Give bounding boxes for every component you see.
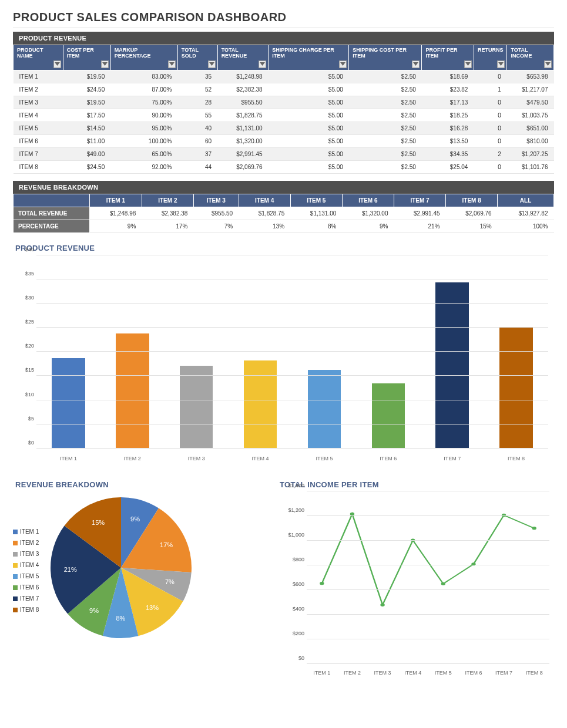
cell[interactable]: ITEM 4 xyxy=(14,109,63,122)
cell[interactable]: $34.35 xyxy=(422,147,474,160)
cell[interactable]: 65.00% xyxy=(110,147,177,160)
column-header[interactable]: TOTAL REVENUE xyxy=(217,45,269,70)
cell[interactable]: $5.00 xyxy=(269,160,349,173)
cell[interactable]: 21% xyxy=(394,220,445,232)
cell[interactable]: ITEM 5 xyxy=(14,122,63,134)
cell[interactable]: $23.82 xyxy=(422,83,474,96)
filter-dropdown-icon[interactable] xyxy=(53,60,61,68)
filter-dropdown-icon[interactable] xyxy=(497,60,505,68)
cell[interactable]: $2.50 xyxy=(349,134,422,147)
cell[interactable]: 83.00% xyxy=(110,70,177,83)
cell[interactable]: $1,131.00 xyxy=(290,207,342,220)
cell[interactable]: 9% xyxy=(342,220,394,232)
column-header[interactable]: COST PER ITEM xyxy=(63,45,110,70)
cell[interactable]: 0 xyxy=(474,109,507,122)
cell[interactable]: $2.50 xyxy=(349,147,422,160)
cell[interactable]: $25.04 xyxy=(422,160,474,173)
cell[interactable]: $5.00 xyxy=(269,147,349,160)
cell[interactable]: ITEM 8 xyxy=(14,160,63,173)
filter-dropdown-icon[interactable] xyxy=(168,60,176,68)
cell[interactable]: $5.00 xyxy=(269,109,349,122)
cell[interactable]: 0 xyxy=(474,134,507,147)
cell[interactable]: $14.50 xyxy=(63,122,110,134)
cell[interactable]: 60 xyxy=(177,134,217,147)
cell[interactable]: 0 xyxy=(474,160,507,173)
cell[interactable]: $2.50 xyxy=(349,109,422,122)
cell[interactable]: 2 xyxy=(474,147,507,160)
cell[interactable]: 13% xyxy=(239,220,290,232)
cell[interactable]: ITEM 3 xyxy=(14,96,63,109)
cell[interactable]: $17.13 xyxy=(422,96,474,109)
cell[interactable]: $651.00 xyxy=(507,122,554,134)
cell[interactable]: $1,248.98 xyxy=(217,70,269,83)
cell[interactable]: $479.50 xyxy=(507,96,554,109)
cell[interactable]: $1,217.07 xyxy=(507,83,554,96)
cell[interactable]: $18.25 xyxy=(422,109,474,122)
cell[interactable]: 7% xyxy=(193,220,239,232)
cell[interactable]: 44 xyxy=(177,160,217,173)
cell[interactable]: $11.00 xyxy=(63,134,110,147)
filter-dropdown-icon[interactable] xyxy=(412,60,420,68)
cell[interactable]: ITEM 7 xyxy=(14,147,63,160)
column-header[interactable]: PRODUCT NAME xyxy=(14,45,63,70)
cell[interactable]: 40 xyxy=(177,122,217,134)
cell[interactable]: $955.50 xyxy=(193,207,239,220)
cell[interactable]: $2.50 xyxy=(349,70,422,83)
cell[interactable]: $49.00 xyxy=(63,147,110,160)
filter-dropdown-icon[interactable] xyxy=(208,60,216,68)
cell[interactable]: $5.00 xyxy=(269,134,349,147)
filter-dropdown-icon[interactable] xyxy=(339,60,347,68)
cell[interactable]: 0 xyxy=(474,122,507,134)
column-header[interactable]: SHIPPING COST PER ITEM xyxy=(349,45,422,70)
cell[interactable]: $1,248.98 xyxy=(90,207,142,220)
cell[interactable]: 35 xyxy=(177,70,217,83)
cell[interactable]: $1,131.00 xyxy=(217,122,269,134)
column-header[interactable]: SHIPPING CHARGE PER ITEM xyxy=(269,45,349,70)
cell[interactable]: 17% xyxy=(142,220,193,232)
cell[interactable]: $2,991.45 xyxy=(217,147,269,160)
cell[interactable]: 52 xyxy=(177,83,217,96)
cell[interactable]: $17.50 xyxy=(63,109,110,122)
cell[interactable]: $1,207.25 xyxy=(507,147,554,160)
filter-dropdown-icon[interactable] xyxy=(101,60,109,68)
cell[interactable]: $5.00 xyxy=(269,96,349,109)
cell[interactable]: 55 xyxy=(177,109,217,122)
cell[interactable]: 87.00% xyxy=(110,83,177,96)
cell[interactable]: 37 xyxy=(177,147,217,160)
cell[interactable]: $1,828.75 xyxy=(239,207,290,220)
cell[interactable]: $5.00 xyxy=(269,83,349,96)
cell[interactable]: $2.50 xyxy=(349,96,422,109)
cell[interactable]: $2,069.76 xyxy=(217,160,269,173)
cell[interactable]: 9% xyxy=(90,220,142,232)
cell[interactable]: 0 xyxy=(474,96,507,109)
cell[interactable]: $24.50 xyxy=(63,83,110,96)
cell[interactable]: 8% xyxy=(290,220,342,232)
cell[interactable]: $2,382.38 xyxy=(142,207,193,220)
cell[interactable]: 75.00% xyxy=(110,96,177,109)
cell[interactable]: 15% xyxy=(446,220,498,232)
cell[interactable]: ITEM 1 xyxy=(14,70,63,83)
cell[interactable]: $2,069.76 xyxy=(446,207,498,220)
cell[interactable]: ITEM 6 xyxy=(14,134,63,147)
column-header[interactable]: PROFIT PER ITEM xyxy=(422,45,474,70)
cell[interactable]: $1,320.00 xyxy=(217,134,269,147)
cell[interactable]: 100% xyxy=(498,220,554,232)
cell[interactable]: $2.50 xyxy=(349,160,422,173)
cell[interactable]: $19.50 xyxy=(63,96,110,109)
cell[interactable]: $19.50 xyxy=(63,70,110,83)
cell[interactable]: $5.00 xyxy=(269,122,349,134)
filter-dropdown-icon[interactable] xyxy=(464,60,472,68)
cell[interactable]: $955.50 xyxy=(217,96,269,109)
column-header[interactable]: TOTAL SOLD xyxy=(177,45,217,70)
cell[interactable]: ITEM 2 xyxy=(14,83,63,96)
cell[interactable]: $13.50 xyxy=(422,134,474,147)
filter-dropdown-icon[interactable] xyxy=(259,60,266,68)
cell[interactable]: $1,828.75 xyxy=(217,109,269,122)
cell[interactable]: $2,991.45 xyxy=(394,207,445,220)
cell[interactable]: $16.28 xyxy=(422,122,474,134)
cell[interactable]: 92.00% xyxy=(110,160,177,173)
cell[interactable]: $1,101.76 xyxy=(507,160,554,173)
column-header[interactable]: TOTAL INCOME xyxy=(507,45,554,70)
cell[interactable]: 1 xyxy=(474,83,507,96)
cell[interactable]: 90.00% xyxy=(110,109,177,122)
